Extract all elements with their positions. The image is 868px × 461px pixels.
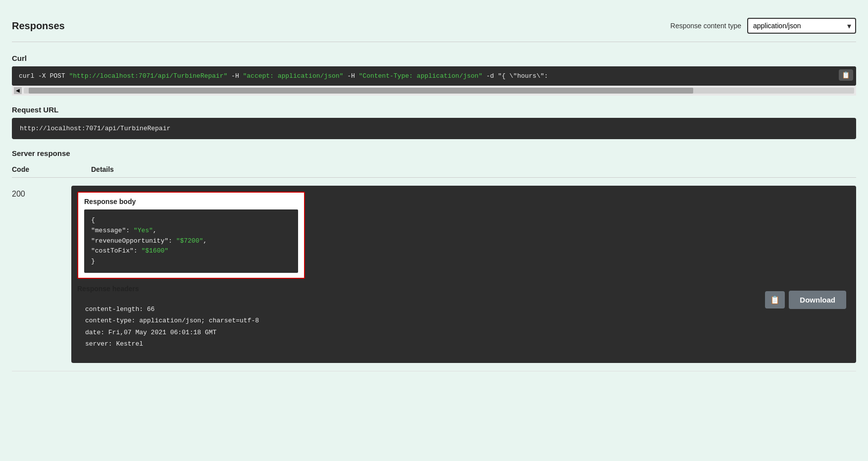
response-code: 200	[12, 186, 71, 199]
curl-copy-button[interactable]: 📋	[839, 69, 853, 81]
server-response-label: Server response	[12, 149, 856, 157]
header-line-1: content-length: 66	[85, 304, 450, 315]
json-line-4: "costToFix": "$1600"	[91, 246, 291, 256]
response-body-code: { "message": "Yes", "revenueOpportunity"…	[84, 209, 298, 273]
response-copy-button[interactable]: 📋	[765, 291, 785, 308]
curl-label: Curl	[12, 54, 856, 62]
response-body-title: Response body	[84, 198, 298, 205]
details-cell: Response body { "message": "Yes", "reven…	[71, 186, 856, 363]
curl-scrollbar-thumb	[29, 88, 693, 94]
download-button[interactable]: Download	[789, 291, 846, 309]
request-url-box: http://localhost:7071/api/TurbineRepair	[12, 118, 856, 139]
scroll-left-button[interactable]: ◀	[14, 87, 22, 94]
header-line-4: server: Kestrel	[85, 338, 450, 350]
curl-section: Curl curl -X POST "http://localhost:7071…	[12, 54, 856, 96]
content-type-select[interactable]: application/json text/plain text/html	[747, 18, 856, 34]
content-type-select-wrapper: application/json text/plain text/html	[747, 18, 856, 34]
responses-header: Responses Response content type applicat…	[12, 10, 856, 42]
response-content-area: Response body { "message": "Yes", "reven…	[77, 192, 458, 357]
content-type-label: Response content type	[670, 22, 741, 30]
curl-scrollbar-track[interactable]	[24, 88, 854, 94]
table-header: Code Details	[12, 161, 856, 178]
header-line-2: content-type: application/json; charset=…	[85, 315, 450, 326]
curl-code-wrapper: curl -X POST "http://localhost:7071/api/…	[12, 66, 856, 86]
request-url-label: Request URL	[12, 105, 856, 114]
server-response-section: Server response Code Details 200 Respons…	[12, 149, 856, 371]
response-body-box: Response body { "message": "Yes", "reven…	[77, 192, 305, 279]
response-headers-section: Response headers content-length: 66 cont…	[77, 285, 458, 357]
response-headers-code: content-length: 66 content-type: applica…	[77, 297, 458, 357]
big-dark-box: Response body { "message": "Yes", "reven…	[71, 186, 856, 363]
response-headers-title: Response headers	[77, 285, 458, 293]
json-line-2: "message": "Yes",	[91, 226, 291, 236]
col-code-header: Code	[12, 165, 51, 173]
json-line-1: {	[91, 215, 291, 226]
json-line-3: "revenueOpportunity": "$7200",	[91, 236, 291, 247]
response-row: 200 Response body { "message": "Yes", "r…	[12, 178, 856, 371]
curl-command: curl -X POST "http://localhost:7071/api/…	[12, 66, 856, 86]
right-actions: 📋 Download	[466, 192, 851, 309]
action-buttons: 📋 Download	[765, 291, 846, 309]
header-line-3: date: Fri,07 May 2021 06:01:18 GMT	[85, 327, 450, 338]
request-url-value: http://localhost:7071/api/TurbineRepair	[20, 125, 170, 132]
content-type-section: Response content type application/json t…	[670, 18, 856, 34]
request-url-section: Request URL http://localhost:7071/api/Tu…	[12, 105, 856, 139]
responses-title: Responses	[12, 20, 65, 32]
col-details-header: Details	[91, 165, 856, 173]
main-container: Responses Response content type applicat…	[0, 0, 868, 385]
curl-scrollbar-row: ◀	[12, 86, 856, 96]
json-line-5: }	[91, 256, 291, 267]
